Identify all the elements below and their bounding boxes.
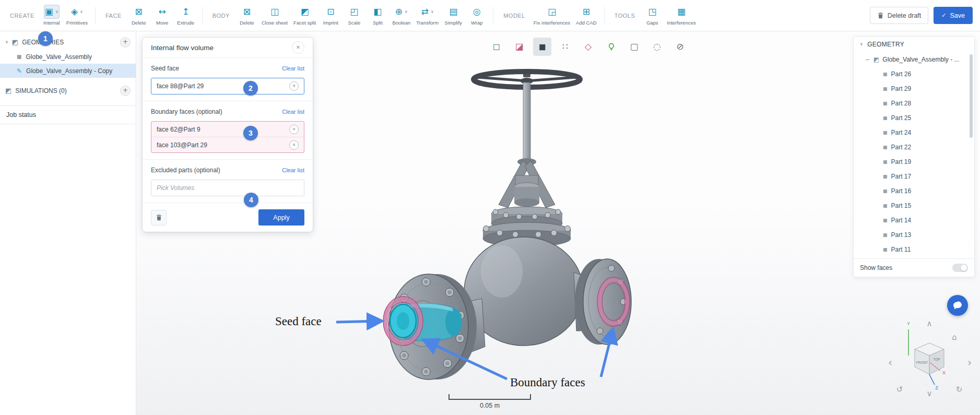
caret-down-icon[interactable]: ∨ — [55, 10, 58, 14]
internal-faces-button[interactable] — [602, 38, 620, 56]
show-faces-toggle[interactable] — [952, 264, 968, 272]
close-sheet-button[interactable]: ◫ Close sheet — [262, 5, 288, 26]
tree-item-geometry[interactable]: ■ Globe_Valve_Assembly — [0, 50, 136, 64]
rotate-down-button[interactable]: ∨ — [924, 388, 935, 399]
simplify-button[interactable]: ▤ Simplify — [444, 5, 462, 26]
rotate-up-button[interactable]: ∧ — [924, 318, 935, 329]
axis-z-label: Z — [935, 385, 938, 390]
collapse-icon[interactable]: − — [865, 57, 870, 63]
hide-selection-button[interactable]: ◪ — [510, 38, 528, 56]
assembly-cube-icon: ◩ — [873, 56, 879, 63]
box-select-button[interactable]: ▢ — [625, 38, 643, 56]
dotted-circle-icon: ◌ — [653, 42, 661, 51]
delete-body-button[interactable]: ⊠ Delete — [238, 5, 256, 26]
part-row[interactable]: ■Part 16 — [854, 184, 974, 198]
chevron-down-icon[interactable]: ∨ — [860, 42, 863, 46]
seed-face-highlight[interactable] — [390, 303, 462, 341]
part-row[interactable]: ■Part 19 — [854, 155, 974, 169]
simulations-section-header[interactable]: ◩ SIMULATIONS (0) + — [0, 83, 136, 98]
caret-down-icon[interactable]: ∨ — [405, 10, 408, 14]
rotate-right-button[interactable]: › — [964, 357, 975, 368]
part-row[interactable]: ■Part 17 — [854, 169, 974, 184]
rotate-left-button[interactable]: ‹ — [884, 357, 896, 368]
delete-draft-button[interactable]: Delete draft — [870, 7, 929, 24]
chevron-down-icon[interactable]: ∨ — [5, 40, 8, 44]
interferences-button[interactable]: ▦ Interferences — [667, 5, 695, 26]
excluded-parts-input[interactable] — [151, 180, 304, 196]
panel-scrollbar[interactable] — [970, 54, 973, 138]
move-button[interactable]: ↔ Move — [154, 5, 171, 26]
delete-face-button[interactable]: ⊠ Delete — [130, 5, 148, 26]
boundary-face-value: face 62@Part 9 — [157, 126, 200, 133]
remove-boundary-face-button[interactable]: ✕ — [289, 125, 299, 134]
job-status-section[interactable]: Job status — [0, 105, 136, 124]
transform-button[interactable]: ⇄∨ Transform — [416, 5, 439, 26]
caret-down-icon[interactable]: ∨ — [80, 10, 83, 14]
part-label: Part 14 — [891, 217, 912, 224]
delete-face-icon: ⊠ — [135, 7, 143, 16]
valve-stem — [499, 82, 555, 208]
roll-ccw-button[interactable]: ↺ — [894, 384, 905, 395]
split-button[interactable]: ◧ Split — [369, 5, 386, 26]
toolbar-separator — [493, 7, 493, 25]
show-all-button[interactable]: ◻ — [487, 38, 505, 56]
part-row[interactable]: ■Part 22 — [854, 140, 974, 155]
support-chat-button[interactable] — [947, 295, 968, 316]
scale-button[interactable]: ◰ Scale — [345, 5, 363, 26]
clear-seed-list-link[interactable]: Clear list — [282, 65, 304, 72]
select-vertices-button[interactable]: ∷ — [556, 38, 574, 56]
clip-plane-button[interactable]: ⊘ — [671, 38, 689, 56]
part-label: Part 17 — [891, 173, 912, 180]
boundary-face-row[interactable]: face 103@Part 29 ✕ — [151, 137, 304, 152]
part-row[interactable]: ■Part 11 — [854, 242, 974, 257]
part-cube-icon: ■ — [883, 101, 888, 106]
geometry-panel: ∨ GEOMETRY − ◩ Globe_Valve_Assembly - ..… — [853, 36, 975, 277]
boundary-face-row[interactable]: face 62@Part 9 ✕ — [151, 122, 304, 137]
remove-boundary-face-button[interactable]: ✕ — [289, 140, 299, 150]
hover-highlight-button[interactable]: ◌ — [648, 38, 666, 56]
gaps-button[interactable]: ◳ Gaps — [643, 5, 661, 26]
part-row[interactable]: ■Part 15 — [854, 198, 974, 213]
part-row[interactable]: ■Part 25 — [854, 111, 974, 125]
extrude-button[interactable]: ↥ Extrude — [177, 5, 195, 26]
part-row[interactable]: ■Part 29 — [854, 81, 974, 96]
boolean-button[interactable]: ⊕∨ Boolean — [392, 5, 410, 26]
fix-interferences-button[interactable]: ◲ Fix interferences — [534, 5, 570, 26]
gaps-icon: ◳ — [648, 7, 656, 16]
internal-button[interactable]: ▣∨ Internal — [43, 5, 61, 26]
part-row[interactable]: ■Part 24 — [854, 125, 974, 140]
imprint-button[interactable]: ⊡ Imprint — [322, 5, 339, 26]
add-geometry-button[interactable]: + — [120, 37, 131, 48]
facet-split-button[interactable]: ◩ Facet split — [293, 5, 316, 26]
geometry-panel-title: GEOMETRY — [867, 41, 904, 48]
add-simulation-button[interactable]: + — [120, 86, 131, 96]
home-view-button[interactable]: ⌂ — [949, 331, 960, 343]
geometries-section-header[interactable]: ∨ ◩ GEOMETRIES + — [0, 34, 136, 50]
save-button[interactable]: ✓ Save — [934, 7, 973, 24]
wrap-button[interactable]: ◎ Wrap — [468, 5, 486, 26]
clear-excluded-list-link[interactable]: Clear list — [282, 167, 304, 173]
isolate-selection-button[interactable]: ◼ — [533, 38, 551, 56]
add-cad-button[interactable]: ⊞ Add CAD — [576, 5, 597, 26]
clear-boundary-list-link[interactable]: Clear list — [282, 109, 304, 115]
tree-item-geometry-copy[interactable]: ✎ Globe_Valve_Assembly - Copy — [0, 64, 136, 78]
seed-face-input[interactable]: face 88@Part 29 ✕ — [151, 78, 304, 94]
part-label: Part 24 — [891, 129, 912, 136]
part-row[interactable]: ■Part 14 — [854, 213, 974, 228]
part-label: Part 28 — [891, 100, 912, 107]
geometry-panel-header[interactable]: ∨ GEOMETRY — [854, 37, 974, 52]
dialog-close-button[interactable]: ✕ — [292, 41, 304, 54]
caret-down-icon[interactable]: ∨ — [431, 10, 434, 14]
part-label: Part 26 — [891, 70, 912, 78]
transparent-view-button[interactable]: ◇ — [579, 38, 597, 56]
part-row[interactable]: ■Part 28 — [854, 96, 974, 111]
primitives-button[interactable]: ◈∨ Primitives — [66, 5, 88, 26]
roll-cw-button[interactable]: ↻ — [953, 384, 965, 395]
remove-seed-face-button[interactable]: ✕ — [289, 81, 299, 91]
extrude-icon: ↥ — [182, 7, 190, 16]
part-row[interactable]: ■Part 13 — [854, 228, 974, 242]
geometry-root-node[interactable]: − ◩ Globe_Valve_Assembly - ... — [854, 52, 974, 67]
part-row[interactable]: ■Part 26 — [854, 67, 974, 81]
delete-operation-button[interactable] — [151, 210, 167, 226]
apply-button[interactable]: Apply — [258, 209, 304, 226]
